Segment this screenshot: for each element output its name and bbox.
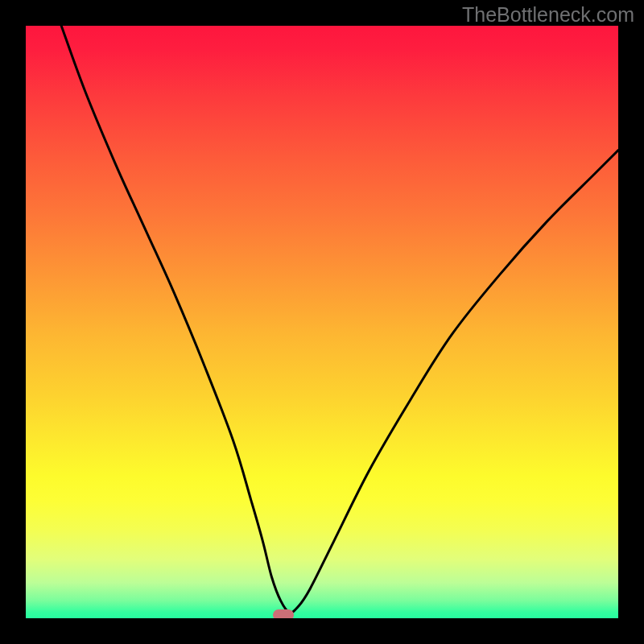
plot-area xyxy=(26,26,618,618)
chart-container: TheBottleneck.com xyxy=(0,0,644,644)
watermark-text: TheBottleneck.com xyxy=(462,3,634,27)
bottleneck-curve xyxy=(61,26,618,613)
curve-svg xyxy=(26,26,618,618)
optimum-marker xyxy=(273,609,294,618)
